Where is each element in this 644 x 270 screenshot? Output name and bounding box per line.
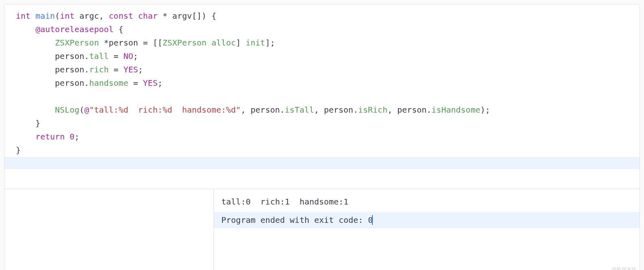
function-main: main (35, 11, 55, 21)
debug-output-pane[interactable]: tall:0 rich:1 handsome:1Program ended wi… (214, 189, 640, 270)
keyword-return: return (35, 132, 65, 142)
code-editor[interactable]: int main(int argc, const char * argv[]) … (4, 4, 640, 169)
current-line-highlight (4, 157, 640, 169)
keyword-int: int (16, 11, 30, 21)
nslog-call: NSLog (55, 105, 79, 115)
watermark: @欧币杰昔 (612, 266, 636, 270)
autoreleasepool: @autoreleasepool (35, 24, 114, 34)
console-output-line: tall:0 rich:1 handsome:1 (221, 197, 348, 207)
editor-window: int main(int argc, const char * argv[]) … (4, 4, 640, 270)
console-exit-line: Program ended with exit code: 0 (214, 212, 640, 228)
text-cursor (372, 215, 373, 225)
debug-console: tall:0 rich:1 handsome:1Program ended wi… (4, 189, 640, 270)
debug-variables-pane[interactable] (4, 189, 214, 270)
editor-gap (4, 169, 640, 189)
